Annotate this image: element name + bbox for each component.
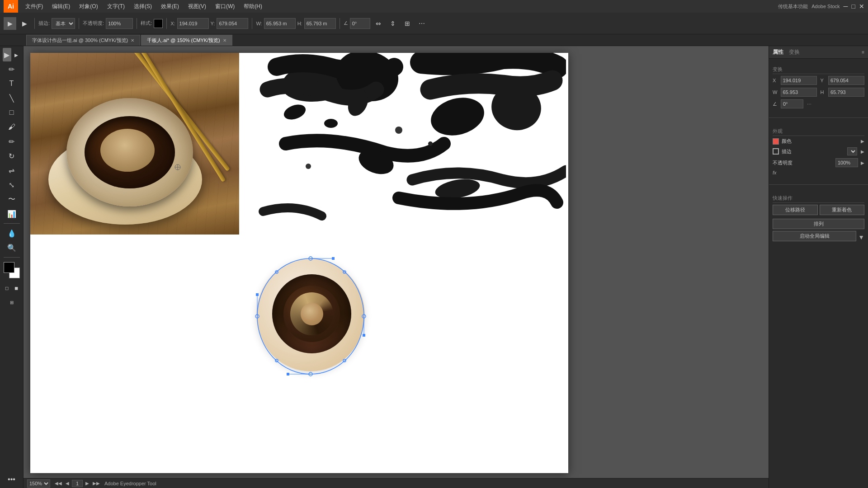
menu-effect[interactable]: 效果(E) [157,2,183,11]
global-edit-expand-btn[interactable]: ▼ [858,234,864,241]
h-value-input[interactable] [828,88,864,97]
svg-point-5 [427,92,489,141]
opacity-expand-btn[interactable]: ▶ [861,160,864,165]
svg-rect-24 [256,293,259,296]
x-input[interactable] [177,18,209,29]
zoom-control[interactable]: 150% 100% 200% 300% 50% [27,479,50,488]
minimize-btn[interactable]: ─ [844,3,848,10]
flip-vertical-btn[interactable]: ⇕ [387,17,399,30]
close-btn[interactable]: ✕ [859,3,864,10]
angle-input[interactable] [350,18,370,29]
menu-window[interactable]: 窗口(W) [212,2,238,11]
svg-point-15 [309,372,312,376]
w-icon: W [773,89,779,95]
pen-tool[interactable]: ✏ [3,62,21,76]
direct-selection-tool[interactable]: ▸ [12,48,21,61]
prev-btn[interactable]: ◀ [65,480,70,487]
reflect-tool[interactable]: ⇌ [3,164,21,177]
stroke-expand-btn[interactable]: ▶ [861,149,864,154]
stroke-type-select[interactable]: 基本 [52,18,75,29]
canvas-area[interactable]: 150% 100% 200% 300% 50% ◀◀ ◀ ▶ ▶▶ Adobe … [24,46,769,488]
menu-edit[interactable]: 编辑(E) [48,2,74,11]
svg-rect-21 [332,257,335,260]
scale-tool[interactable]: ⤡ [3,178,21,192]
top-right-area: 传统基本功能 Adobe Stock ─ □ ✕ [778,0,864,13]
zoom-select[interactable]: 150% 100% 200% 300% 50% [27,479,50,488]
maximize-btn[interactable]: □ [852,3,855,10]
type-tool[interactable]: T [3,77,21,90]
position-path-btn[interactable]: 位移路径 [773,205,818,215]
arrange-btn[interactable]: 排列 [773,219,864,229]
normal-view-btn[interactable]: ◻ [3,281,11,295]
fx-label[interactable]: fx [773,170,777,175]
tab-1-close[interactable]: ✕ [131,38,134,43]
eyedropper-tool[interactable]: 💧 [3,226,21,240]
opacity-input[interactable] [106,18,133,29]
y-input[interactable] [217,18,248,29]
stroke-indicator[interactable] [773,148,779,155]
left-toolbox: ▶ ▸ ✏ T ╲ □ 🖌 ✏ ↻ ⇌ ⤡ 〜 📊 💧 🔍 ◻ ◼ ⊞ ••• [0,46,24,488]
zoom-tool[interactable]: 🔍 [3,241,21,254]
prev-page-btn[interactable]: ◀◀ [54,480,63,487]
more-tools-btn[interactable]: ••• [3,473,21,486]
x-icon: X [773,78,779,83]
y-value-input[interactable] [828,76,864,85]
screen-mode-btn[interactable]: ⊞ [7,296,16,309]
color-expand-btn[interactable]: ▶ [861,139,864,144]
tab-1[interactable]: 字体设计作品一组.ai @ 300% (CMYK/预览) ✕ [26,35,140,46]
emblem-container[interactable] [252,249,369,380]
panel-menu-btn[interactable]: ≡ [862,50,864,55]
divider-1 [769,117,868,118]
options-toolbar: ▶ ▶ 描边: 基本 不透明度: 样式: X: Y: W: H: ∠ ⇔ ⇕ ⊞… [0,13,868,34]
line-tool[interactable]: ╲ [3,91,21,105]
menu-help[interactable]: 帮助(H) [240,2,266,11]
h-input[interactable] [304,18,336,29]
page-input[interactable] [72,480,83,487]
menu-view[interactable]: 视图(V) [184,2,210,11]
angle-value-input[interactable] [781,99,803,108]
toolbar-sep-3 [137,18,137,29]
more-options-btn[interactable]: ⋯ [415,17,428,30]
w-value-input[interactable] [781,88,817,97]
outline-view-btn[interactable]: ◼ [12,281,21,295]
global-edit-btn[interactable]: 启动全局编辑 [773,231,856,241]
align-btn[interactable]: ⊞ [401,17,414,30]
select-tool-btn[interactable]: ▶ [4,17,16,30]
panel-title-properties[interactable]: 属性 [773,48,783,56]
stroke-dropdown[interactable] [847,147,857,155]
opacity-panel-input[interactable] [835,158,858,167]
w-input[interactable] [264,18,296,29]
menu-select[interactable]: 选择(S) [130,2,156,11]
next-btn[interactable]: ▶ [85,480,90,487]
view-mode-tools: ◻ ◼ [3,281,21,295]
color-swatches[interactable] [4,262,20,278]
more-transform-btn[interactable]: ⋯ [807,102,811,107]
next-page-btn[interactable]: ▶▶ [92,480,101,487]
tab-2-close[interactable]: ✕ [223,38,226,43]
workspace-label[interactable]: 传统基本功能 [778,3,808,10]
rect-tool[interactable]: □ [3,106,21,119]
style-color-box[interactable] [154,19,163,28]
direct-select-btn[interactable]: ▶ [18,17,31,30]
panel-header: 属性 变换 ≡ [769,46,868,59]
menu-object[interactable]: 对象(O) [75,2,101,11]
foreground-color-swatch[interactable] [4,262,14,273]
rotate-tool[interactable]: ↻ [3,149,21,163]
graph-tool[interactable]: 📊 [3,207,21,221]
angle-label: ∠ [344,20,348,26]
pencil-tool[interactable]: ✏ [3,135,21,148]
tab-2[interactable]: 千板人.ai* @ 150% (CMYK/预览) ✕ [141,35,232,46]
emblem-center [301,303,323,325]
selection-tool[interactable]: ▶ [3,48,11,61]
color-indicator-fill[interactable] [773,138,779,145]
menu-file[interactable]: 文件(F) [22,2,47,11]
calligraphy-svg [241,53,566,235]
warp-tool[interactable]: 〜 [3,192,21,206]
menu-type[interactable]: 文字(T) [104,2,128,11]
right-panel: 属性 变换 ≡ 变换 X Y W H ∠ ⋯ [769,46,868,488]
recolor-btn[interactable]: 重新着色 [820,205,865,215]
toolbar-sep-2 [79,18,79,29]
paintbrush-tool[interactable]: 🖌 [3,120,21,134]
x-value-input[interactable] [781,76,817,85]
flip-horizontal-btn[interactable]: ⇔ [372,17,385,30]
